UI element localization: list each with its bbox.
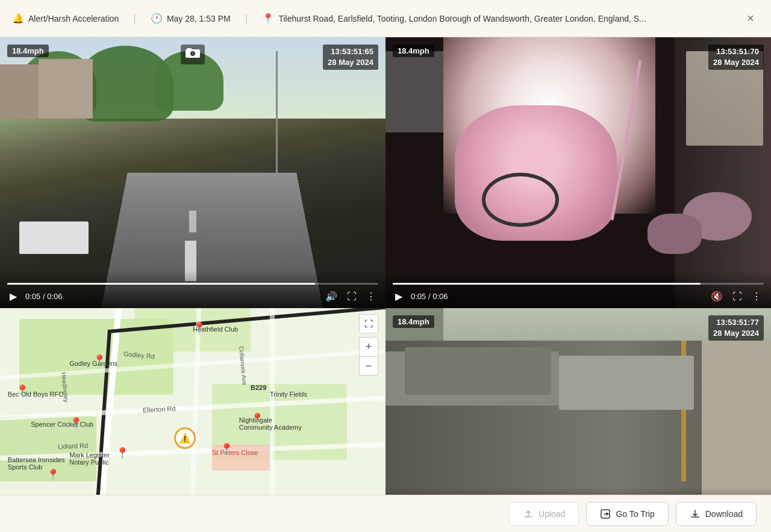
alert-circle: ⚠️ <box>174 427 196 449</box>
map-label-legister: Mark LegisterNotary Public <box>69 451 110 466</box>
location-icon: 📍 <box>262 13 274 24</box>
upload-icon <box>523 509 534 519</box>
svg-rect-1 <box>187 48 192 51</box>
interior-fullscreen-button[interactable]: ⛶ <box>730 290 744 303</box>
interior-time-display: 0:05 / 0:06 <box>411 292 448 301</box>
close-button[interactable]: × <box>742 9 759 28</box>
map-label-stpeters: St Peters Close <box>212 449 258 456</box>
alert-type: 🔔 Alert/Harsh Acceleration <box>12 13 119 24</box>
map-label-b229: B229 <box>251 384 266 391</box>
action-bar: Upload Go To Trip Download <box>0 495 771 532</box>
side-camera-panel: 18.4mph 13:53:51:77 28 May 2024 ▶ 0:05 /… <box>386 308 771 525</box>
location-label: Tilehurst Road, Earlsfield, Tooting, Lon… <box>278 14 646 23</box>
go-to-trip-button[interactable]: Go To Trip <box>586 502 668 526</box>
map-label-trinity: Trinity Fields <box>270 391 307 398</box>
side-speed-badge: 18.4mph <box>393 315 434 328</box>
map-pin-godley: 📍 <box>93 354 106 367</box>
interior-speed-badge: 18.4mph <box>393 45 434 57</box>
front-volume-button[interactable]: 🔊 <box>323 289 340 303</box>
alert-time: 🕐 May 28, 1:53 PM <box>151 13 231 24</box>
interior-timestamp: 13:53:51:70 28 May 2024 <box>708 45 764 70</box>
map-zoom-in-button[interactable]: + <box>359 337 378 356</box>
map-label-ellerton: Ellerton Rd <box>143 405 176 414</box>
time-icon: 🕐 <box>151 13 163 24</box>
camera-icon-badge <box>181 45 205 64</box>
map-background: Heathfield Club Godley Gardens Bec Old B… <box>0 308 386 525</box>
map-pin-bec: 📍 <box>16 384 29 397</box>
download-button[interactable]: Download <box>676 502 757 526</box>
front-progress-fill <box>7 283 315 285</box>
interior-progress-fill <box>393 283 701 285</box>
upload-label: Upload <box>538 509 565 519</box>
alert-label: Alert/Harsh Acceleration <box>28 14 119 23</box>
divider-2: | <box>245 12 248 25</box>
front-more-button[interactable]: ⋮ <box>364 289 378 303</box>
map-label-nightingale: NightingaleCommunity Academy <box>239 416 302 431</box>
front-time-display: 0:05 / 0:06 <box>25 292 62 301</box>
divider-1: | <box>133 12 136 25</box>
alert-location: 📍 Tilehurst Road, Earlsfield, Tooting, L… <box>262 13 646 24</box>
front-fullscreen-button[interactable]: ⛶ <box>345 290 359 303</box>
map-label-collamore: Collamore Ave <box>238 346 248 386</box>
go-to-trip-label: Go To Trip <box>616 509 654 519</box>
map-pin-stpeters: 📍 <box>220 442 233 456</box>
main-grid: 18.4mph 13:53:51:65 28 May 2024 ▶ 0:05 <box>0 37 771 532</box>
front-camera-panel: 18.4mph 13:53:51:65 28 May 2024 ▶ 0:05 <box>0 37 386 308</box>
go-to-trip-icon <box>600 509 611 519</box>
front-play-button[interactable]: ▶ <box>7 289 19 303</box>
map-label-spencer: Spencer Cricket Club <box>31 421 93 428</box>
interior-more-button[interactable]: ⋮ <box>749 289 764 303</box>
alert-header: 🔔 Alert/Harsh Acceleration | 🕐 May 28, 1… <box>0 0 771 37</box>
upload-button[interactable]: Upload <box>509 502 579 526</box>
side-timestamp: 13:53:51:77 28 May 2024 <box>708 315 764 341</box>
map-pin-heathfield: 📍 <box>193 321 206 335</box>
map-pin-spencer: 📍 <box>69 416 83 430</box>
map-zoom-out-button[interactable]: − <box>359 356 378 376</box>
map-alert-marker: ⚠️ <box>174 427 196 449</box>
front-timestamp: 13:53:51:65 28 May 2024 <box>323 45 378 70</box>
interior-progress-bar[interactable] <box>393 283 764 285</box>
map-label-lidiard: Lidiard Rd <box>58 442 89 450</box>
interior-mute-button[interactable]: 🔇 <box>708 289 725 303</box>
interior-video-controls: ▶ 0:05 / 0:06 🔇 ⛶ ⋮ <box>386 271 771 308</box>
alert-icon: 🔔 <box>12 13 24 24</box>
front-progress-bar[interactable] <box>7 283 378 285</box>
map-pin-nightingale: 📍 <box>251 412 264 425</box>
download-icon <box>690 509 701 519</box>
front-video-controls: ▶ 0:05 / 0:06 🔊 ⛶ ⋮ <box>0 271 386 308</box>
front-speed-badge: 18.4mph <box>7 45 49 57</box>
map-pin-battersea: 📍 <box>46 468 60 481</box>
map-pin-legister: 📍 <box>116 447 129 460</box>
interior-play-button[interactable]: ▶ <box>393 289 405 303</box>
map-controls: ⛶ + − <box>359 314 378 376</box>
map-fullscreen-button[interactable]: ⛶ <box>359 314 378 333</box>
svg-point-3 <box>192 52 195 55</box>
time-label: May 28, 1:53 PM <box>167 14 231 23</box>
download-label: Download <box>705 509 743 519</box>
map-panel[interactable]: Heathfield Club Godley Gardens Bec Old B… <box>0 308 386 525</box>
interior-camera-panel: 18.4mph 13:53:51:70 28 May 2024 ▶ 0:05 /… <box>386 37 771 308</box>
